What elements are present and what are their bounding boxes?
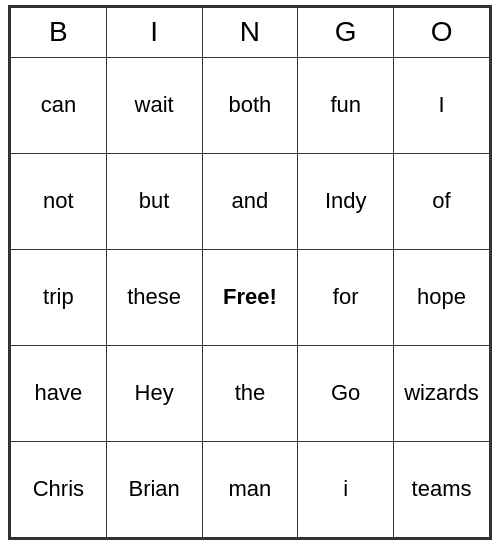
cell-1-4: of [394, 153, 490, 249]
header-o: O [394, 7, 490, 57]
cell-2-2: Free! [202, 249, 298, 345]
cell-3-1: Hey [106, 345, 202, 441]
cell-3-3: Go [298, 345, 394, 441]
cell-1-2: and [202, 153, 298, 249]
table-row-0: canwaitbothfunI [11, 57, 490, 153]
header-row: B I N G O [11, 7, 490, 57]
bingo-table: B I N G O canwaitbothfunInotbutandIndyof… [10, 7, 490, 538]
cell-0-3: fun [298, 57, 394, 153]
cell-4-0: Chris [11, 441, 107, 537]
cell-3-0: have [11, 345, 107, 441]
cell-1-0: not [11, 153, 107, 249]
cell-3-2: the [202, 345, 298, 441]
header-g: G [298, 7, 394, 57]
bingo-card: B I N G O canwaitbothfunInotbutandIndyof… [8, 5, 492, 540]
cell-4-2: man [202, 441, 298, 537]
table-row-2: triptheseFree!forhope [11, 249, 490, 345]
cell-0-2: both [202, 57, 298, 153]
header-b: B [11, 7, 107, 57]
cell-4-1: Brian [106, 441, 202, 537]
cell-4-4: teams [394, 441, 490, 537]
header-i: I [106, 7, 202, 57]
cell-4-3: i [298, 441, 394, 537]
table-row-4: ChrisBrianmaniteams [11, 441, 490, 537]
cell-1-3: Indy [298, 153, 394, 249]
bingo-body: canwaitbothfunInotbutandIndyoftriptheseF… [11, 57, 490, 537]
cell-2-0: trip [11, 249, 107, 345]
cell-0-0: can [11, 57, 107, 153]
cell-0-4: I [394, 57, 490, 153]
cell-0-1: wait [106, 57, 202, 153]
cell-2-4: hope [394, 249, 490, 345]
table-row-1: notbutandIndyof [11, 153, 490, 249]
header-n: N [202, 7, 298, 57]
cell-1-1: but [106, 153, 202, 249]
cell-3-4: wizards [394, 345, 490, 441]
table-row-3: haveHeytheGowizards [11, 345, 490, 441]
cell-2-1: these [106, 249, 202, 345]
cell-2-3: for [298, 249, 394, 345]
